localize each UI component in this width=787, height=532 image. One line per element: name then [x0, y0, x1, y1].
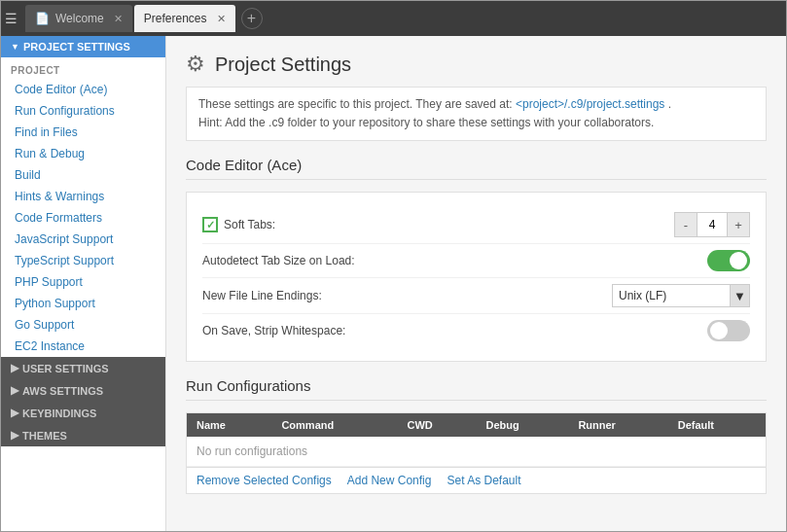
run-config-section-title: Run Configurations: [186, 377, 767, 401]
sidebar-item-build[interactable]: Build: [1, 164, 165, 186]
setting-soft-tabs: ✓ Soft Tabs: - +: [202, 206, 750, 244]
aws-settings-arrow: ▶: [11, 384, 18, 397]
th-runner: Runner: [568, 413, 667, 437]
tab-size-input[interactable]: [697, 213, 728, 236]
hamburger-menu-icon[interactable]: ☰: [5, 11, 18, 26]
project-settings-arrow: ▼: [11, 42, 19, 52]
setting-line-endings: New File Line Endings: Unix (LF) Windows…: [202, 278, 750, 314]
autodetect-tab-toggle[interactable]: [707, 250, 750, 271]
sidebar-item-go-support[interactable]: Go Support: [1, 314, 165, 336]
sidebar-section-aws-settings[interactable]: ▶ AWS SETTINGS: [1, 379, 165, 402]
th-debug: Debug: [476, 413, 568, 437]
toggle-knob-off: [710, 322, 728, 339]
tab-welcome-close[interactable]: ✕: [114, 13, 123, 25]
info-text-2: .: [668, 97, 671, 111]
table-header-row: Name Command CWD Debug Runner Default: [187, 413, 766, 437]
th-default: Default: [668, 413, 766, 437]
sidebar-section-user-settings[interactable]: ▶ USER SETTINGS: [1, 357, 165, 379]
line-endings-dropdown-arrow[interactable]: ▼: [731, 284, 750, 307]
run-config-footer: Remove Selected Configs Add New Config S…: [187, 467, 766, 493]
tab-welcome[interactable]: 📄 Welcome ✕: [25, 5, 132, 32]
th-command: Command: [271, 413, 397, 437]
tab-welcome-label: Welcome: [55, 12, 104, 25]
tab-preferences[interactable]: Preferences ✕: [134, 5, 235, 32]
th-cwd: CWD: [398, 413, 477, 437]
tab-size-increase-button[interactable]: +: [728, 213, 749, 236]
sidebar-item-run-configs[interactable]: Run Configurations: [1, 100, 165, 122]
info-text-1: These settings are specific to this proj…: [198, 97, 516, 111]
th-name: Name: [187, 413, 271, 437]
toggle-knob: [730, 252, 747, 269]
sidebar-item-javascript-support[interactable]: JavaScript Support: [1, 229, 165, 250]
sidebar-item-hints-warnings[interactable]: Hints & Warnings: [1, 186, 165, 207]
run-config-section: Run Configurations Name Command CWD Debu…: [186, 377, 767, 494]
page-title: Project Settings: [215, 53, 351, 76]
sidebar-item-typescript-support[interactable]: TypeScript Support: [1, 250, 165, 271]
tab-preferences-close[interactable]: ✕: [217, 13, 226, 25]
user-settings-arrow: ▶: [11, 362, 18, 374]
strip-whitespace-label: On Save, Strip Whitespace:: [202, 324, 707, 337]
line-endings-select[interactable]: Unix (LF) Windows (CRLF) Mac (CR): [612, 284, 731, 307]
sidebar-sub-header-project: PROJECT: [1, 57, 165, 79]
sidebar-section-project-settings[interactable]: ▼ PROJECT SETTINGS: [1, 36, 165, 57]
info-hint: Hint: Add the .c9 folder to your reposit…: [198, 114, 754, 132]
table-row-empty: No run configurations: [187, 437, 766, 467]
sidebar-item-code-formatters[interactable]: Code Formatters: [1, 207, 165, 229]
tab-welcome-icon: 📄: [35, 12, 50, 25]
code-editor-settings: ✓ Soft Tabs: - +: [186, 192, 767, 362]
content-area: ⚙ Project Settings These settings are sp…: [166, 36, 786, 531]
info-line-1: These settings are specific to this proj…: [198, 95, 754, 114]
soft-tabs-label: Soft Tabs:: [224, 218, 275, 231]
content-inner: ⚙ Project Settings These settings are sp…: [166, 36, 786, 510]
info-box: These settings are specific to this proj…: [186, 87, 767, 141]
code-editor-section-title: Code Editor (Ace): [186, 157, 767, 180]
remove-config-button[interactable]: Remove Selected Configs: [197, 474, 332, 487]
sidebar-item-run-debug[interactable]: Run & Debug: [1, 143, 165, 164]
setting-autodetect-tab: Autodetect Tab Size on Load:: [202, 244, 750, 278]
set-default-button[interactable]: Set As Default: [447, 474, 520, 487]
setting-strip-whitespace: On Save, Strip Whitespace:: [202, 314, 750, 347]
sidebar-item-code-editor[interactable]: Code Editor (Ace): [1, 79, 165, 100]
sidebar-item-find-in-files[interactable]: Find in Files: [1, 122, 165, 143]
run-config-table-container: Name Command CWD Debug Runner Default: [186, 412, 767, 494]
tab-size-control: - +: [674, 212, 750, 237]
sidebar-item-ec2-instance[interactable]: EC2 Instance: [1, 336, 165, 357]
sidebar-item-php-support[interactable]: PHP Support: [1, 271, 165, 293]
add-tab-button[interactable]: +: [241, 8, 263, 29]
themes-label: THEMES: [22, 430, 67, 442]
strip-whitespace-toggle[interactable]: [707, 320, 750, 341]
line-endings-dropdown-wrap: Unix (LF) Windows (CRLF) Mac (CR) ▼: [612, 284, 750, 307]
sidebar-item-python-support[interactable]: Python Support: [1, 293, 165, 314]
sidebar-section-themes[interactable]: ▶ THEMES: [1, 424, 165, 446]
sidebar-section-keybindings[interactable]: ▶ KEYBINDINGS: [1, 402, 165, 424]
checkmark-icon: ✓: [206, 219, 215, 231]
project-settings-label: PROJECT SETTINGS: [23, 41, 130, 53]
keybindings-arrow: ▶: [11, 407, 18, 419]
run-config-table: Name Command CWD Debug Runner Default: [187, 413, 766, 467]
tab-bar: ☰ 📄 Welcome ✕ Preferences ✕ +: [1, 1, 786, 36]
empty-row-text: No run configurations: [187, 437, 766, 467]
app-container: ☰ 📄 Welcome ✕ Preferences ✕ + ▼ PROJECT …: [0, 0, 787, 532]
main-area: ▼ PROJECT SETTINGS PROJECT Code Editor (…: [1, 36, 786, 531]
line-endings-label: New File Line Endings:: [202, 289, 612, 302]
info-link: <project>/.c9/project.settings: [516, 97, 664, 111]
gear-icon: ⚙: [186, 52, 205, 77]
user-settings-label: USER SETTINGS: [22, 363, 109, 374]
tab-preferences-label: Preferences: [144, 12, 207, 25]
autodetect-tab-label: Autodetect Tab Size on Load:: [202, 254, 707, 267]
themes-arrow: ▶: [11, 429, 18, 442]
aws-settings-label: AWS SETTINGS: [22, 385, 103, 397]
soft-tabs-checkbox[interactable]: ✓: [202, 217, 218, 232]
keybindings-label: KEYBINDINGS: [22, 408, 96, 419]
soft-tabs-checkbox-wrap: ✓ Soft Tabs:: [202, 217, 674, 232]
sidebar: ▼ PROJECT SETTINGS PROJECT Code Editor (…: [1, 36, 166, 531]
tab-size-decrease-button[interactable]: -: [675, 213, 697, 236]
page-title-row: ⚙ Project Settings: [186, 52, 767, 77]
code-editor-section: Code Editor (Ace) ✓ Soft Tabs:: [186, 157, 767, 362]
add-config-button[interactable]: Add New Config: [347, 474, 432, 487]
